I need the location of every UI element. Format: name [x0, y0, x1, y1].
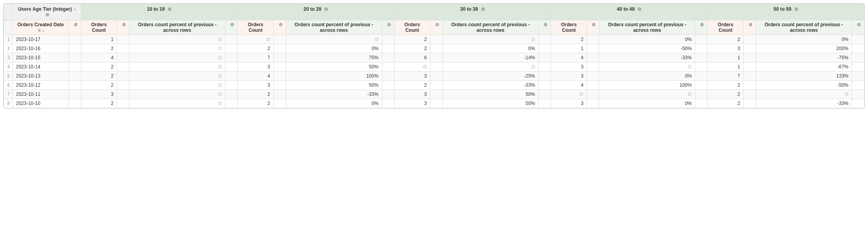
table-cell: 3 — [238, 62, 274, 72]
date-cell: 2023-10-17 — [13, 35, 69, 44]
table-cell: 1 — [708, 62, 743, 72]
spacer-cell — [743, 90, 756, 99]
tier-50-59-label: 50 to 59 — [774, 6, 792, 12]
date-cell: 2023-10-11 — [13, 90, 69, 99]
table-cell: 2 — [708, 90, 743, 99]
pct-10-label: Orders count percent of previous - acros… — [138, 22, 216, 33]
spacer-cell — [430, 44, 442, 53]
pct-10-gear[interactable]: ⚙ — [225, 20, 238, 35]
table-cell: 0% — [756, 35, 852, 44]
table-cell: 2 — [551, 35, 587, 44]
gear-tier-40-49[interactable]: ⚙ — [637, 7, 641, 12]
spacer-cell — [430, 53, 442, 62]
spacer-cell — [225, 99, 238, 108]
date-cell: 2023-10-16 — [13, 44, 69, 53]
pct-50-header: Orders count percent of previous - acros… — [756, 20, 852, 35]
table-cell: -50% — [756, 81, 852, 90]
table-cell: 100% — [599, 81, 695, 90]
spacer-cell — [539, 90, 551, 99]
orders-count-10-gear[interactable]: ⚙ — [117, 20, 129, 35]
table-row: 42023-10-142∅350%∅∅3∅1-67% — [4, 62, 864, 72]
spacer-cell — [430, 90, 442, 99]
gear-tier-20-29[interactable]: ⚙ — [324, 7, 328, 12]
row-number: 5 — [4, 72, 13, 81]
spacer-cell — [743, 99, 756, 108]
table-cell: 50% — [442, 90, 538, 99]
pct-50-gear[interactable]: ⚙ — [852, 20, 864, 35]
spacer-cell — [695, 72, 708, 81]
spacer-cell — [68, 53, 81, 62]
gear-tier-50-59[interactable]: ⚙ — [794, 7, 798, 12]
header-row-cols: Orders Created Date ≡ ↓ ⚙ Orders Count ⚙… — [4, 20, 864, 35]
table-cell: -75% — [756, 53, 852, 62]
table-cell: 0% — [442, 44, 538, 53]
table-row: 82023-10-102∅20%350%30%2-33% — [4, 99, 864, 108]
spacer-cell — [117, 99, 129, 108]
spacer-cell — [225, 62, 238, 72]
spacer-cell — [852, 72, 864, 81]
table-row: 62023-10-122∅350%2-33%4100%2-50% — [4, 81, 864, 90]
table-cell: 133% — [756, 72, 852, 81]
spacer-cell — [68, 99, 81, 108]
spacer-cell — [743, 53, 756, 62]
spacer-cell — [852, 44, 864, 53]
gear-tier-10-19[interactable]: ⚙ — [168, 7, 172, 12]
table-cell: -14% — [442, 53, 538, 62]
spacer-cell — [117, 44, 129, 53]
spacer-cell — [225, 35, 238, 44]
spacer-cell — [587, 53, 599, 62]
pct-10-header: Orders count percent of previous - acros… — [129, 20, 225, 35]
table-cell: -67% — [756, 62, 852, 72]
table-cell: 3 — [394, 99, 430, 108]
date-col-header: Orders Created Date ≡ ↓ — [13, 20, 69, 35]
date-cell: 2023-10-15 — [13, 53, 69, 62]
table-cell: ∅ — [129, 72, 225, 81]
table-cell: ∅ — [129, 53, 225, 62]
main-table-wrapper: Users Age Tier (Integer) › ⚙ 10 to 19 ⚙ … — [3, 3, 865, 109]
spacer-cell — [587, 44, 599, 53]
table-cell: 3 — [551, 99, 587, 108]
pct-20-header: Orders count percent of previous - acros… — [286, 20, 382, 35]
date-col-gear[interactable]: ⚙ — [68, 20, 81, 35]
tier-30-39-label: 30 to 39 — [460, 6, 478, 12]
spacer-cell — [225, 53, 238, 62]
tier-10-19-label: 10 to 19 — [147, 6, 165, 12]
pct-40-gear[interactable]: ⚙ — [695, 20, 708, 35]
orders-count-20-header: Orders Count — [238, 20, 274, 35]
orders-count-50-gear[interactable]: ⚙ — [743, 20, 756, 35]
orders-count-40-gear[interactable]: ⚙ — [587, 20, 599, 35]
pct-30-label: Orders count percent of previous - acros… — [451, 22, 530, 33]
corner-cell — [4, 4, 13, 20]
header-row-tiers: Users Age Tier (Integer) › ⚙ 10 to 19 ⚙ … — [4, 4, 864, 20]
tier-label-gear[interactable]: ⚙ — [45, 12, 49, 17]
table-row: 22023-10-162∅20%20%1-50%3200% — [4, 44, 864, 53]
table-cell: ∅ — [129, 90, 225, 99]
date-sort-icon[interactable]: ≡ ↓ — [38, 27, 44, 33]
orders-count-30-label: Orders Count — [405, 22, 420, 33]
orders-count-20-label: Orders Count — [248, 22, 263, 33]
date-cell: 2023-10-12 — [13, 81, 69, 90]
spacer-cell — [382, 81, 394, 90]
table-cell: 2 — [81, 81, 117, 90]
tier-header-10-19: 10 to 19 ⚙ — [81, 4, 237, 20]
spacer-cell — [587, 35, 599, 44]
table-cell: 200% — [756, 44, 852, 53]
table-cell: 0% — [286, 44, 382, 53]
pct-20-gear[interactable]: ⚙ — [382, 20, 394, 35]
pct-30-gear[interactable]: ⚙ — [539, 20, 551, 35]
spacer-cell — [539, 35, 551, 44]
tier-header-40-49: 40 to 49 ⚙ — [551, 4, 708, 20]
spacer-cell — [274, 99, 286, 108]
orders-count-30-gear[interactable]: ⚙ — [430, 20, 442, 35]
spacer-cell — [743, 81, 756, 90]
table-cell: ∅ — [238, 35, 274, 44]
table-cell: 2 — [394, 35, 430, 44]
spacer-cell — [539, 81, 551, 90]
row-number: 1 — [4, 35, 13, 44]
table-cell: 2 — [238, 90, 274, 99]
spacer-cell — [695, 35, 708, 44]
table-cell: ∅ — [129, 81, 225, 90]
gear-tier-30-39[interactable]: ⚙ — [481, 7, 485, 12]
spacer-cell — [68, 44, 81, 53]
orders-count-20-gear[interactable]: ⚙ — [274, 20, 286, 35]
